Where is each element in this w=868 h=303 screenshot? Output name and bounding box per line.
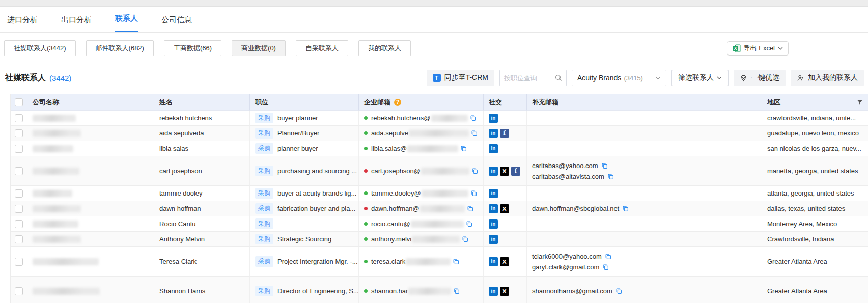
copy-icon[interactable]	[622, 205, 629, 212]
copy-icon[interactable]	[460, 145, 467, 152]
linkedin-icon[interactable]: in	[489, 129, 498, 138]
tab-contacts[interactable]: 联系人	[115, 7, 138, 32]
main-tabs: 进口分析 出口分析 联系人 公司信息	[0, 7, 868, 33]
email-redacted	[411, 221, 464, 228]
copy-icon[interactable]	[601, 162, 608, 169]
extra-email: tclark6000@yahoo.com	[532, 252, 611, 261]
copy-icon[interactable]	[471, 168, 478, 174]
copy-icon[interactable]	[615, 288, 622, 294]
copy-icon[interactable]	[605, 253, 611, 260]
row-checkbox[interactable]	[15, 129, 23, 137]
tab-import-analysis[interactable]: 进口分析	[7, 7, 38, 32]
x-icon[interactable]: X	[500, 167, 509, 176]
one-click-optimize-label: 一键优选	[751, 73, 779, 82]
cell-position: 采购Planner/Buyer	[250, 126, 359, 141]
help-icon[interactable]: ?	[394, 99, 401, 106]
export-excel-label: 导出 Excel	[744, 44, 775, 53]
extra-email-text: dawn.hoffman@sbcglobal.net	[532, 204, 619, 213]
filter-self-collected-contacts[interactable]: 自采联系人	[296, 40, 348, 56]
cell-name: libia salas	[154, 141, 250, 156]
filter-funnel-icon[interactable]	[857, 99, 863, 105]
cell-social: inf	[484, 126, 527, 141]
email-text: tammie.dooley@	[371, 189, 421, 197]
cell-company-email: anthony.melvi	[359, 232, 484, 247]
position-text: planner buyer	[277, 145, 318, 152]
cell-company-email: carl.josephson@	[359, 156, 484, 186]
company-name-redacted	[33, 168, 79, 175]
row-checkbox[interactable]	[15, 189, 23, 198]
copy-icon[interactable]	[602, 264, 609, 270]
filter-my-contacts[interactable]: 我的联系人	[358, 40, 411, 56]
row-checkbox[interactable]	[15, 167, 23, 175]
sync-to-tcrm-button[interactable]: T 同步至T-CRM	[427, 70, 494, 86]
copy-icon[interactable]	[462, 236, 468, 242]
copy-icon[interactable]	[467, 205, 473, 212]
company-name-redacted	[33, 205, 81, 212]
copy-icon[interactable]	[453, 288, 460, 294]
search-icon[interactable]	[555, 74, 562, 81]
cell-region: Crawfordsville, Indiana	[762, 232, 868, 247]
cell-company-email: tammie.dooley@	[359, 186, 484, 201]
email-status-dot	[364, 191, 368, 195]
cell-position: 采购	[250, 216, 359, 232]
filter-commercial-data[interactable]: 商业数据(0)	[232, 40, 286, 56]
cell-company	[27, 186, 154, 201]
add-to-my-contacts-button[interactable]: 加入我的联系人	[791, 70, 864, 86]
company-name-redacted	[33, 190, 72, 197]
email-redacted	[408, 288, 451, 295]
table-row: carl josephson采购purchasing and sourcing …	[11, 156, 868, 186]
tab-export-analysis[interactable]: 出口分析	[61, 7, 92, 32]
linkedin-icon[interactable]: in	[489, 287, 498, 296]
email-status-dot	[364, 207, 368, 210]
linkedin-icon[interactable]: in	[489, 257, 498, 266]
cell-company-email: aida.sepulve	[359, 126, 484, 141]
cell-company-email: shannon.har	[359, 277, 484, 303]
linkedin-icon[interactable]: in	[489, 144, 498, 153]
copy-icon[interactable]	[471, 130, 478, 136]
copy-icon[interactable]	[470, 190, 477, 197]
one-click-optimize-button[interactable]: 一键优选	[734, 70, 786, 86]
email-status-dot	[364, 169, 368, 173]
row-checkbox[interactable]	[15, 235, 23, 243]
company-name-redacted	[33, 115, 76, 122]
copy-icon[interactable]	[466, 221, 472, 227]
cell-company-email: rebekah.hutchens@	[359, 111, 484, 126]
cell-region: marietta, georgia, united states	[762, 156, 868, 186]
cell-name: rebekah hutchens	[154, 111, 250, 126]
copy-icon[interactable]	[607, 173, 614, 180]
linkedin-icon[interactable]: in	[489, 219, 498, 229]
export-excel-button[interactable]: X 导出 Excel	[727, 41, 789, 56]
linkedin-icon[interactable]: in	[489, 167, 498, 176]
x-icon[interactable]: X	[500, 204, 509, 213]
linkedin-icon[interactable]: in	[489, 114, 498, 123]
row-checkbox[interactable]	[15, 220, 23, 228]
facebook-icon[interactable]: f	[500, 129, 509, 138]
company-select[interactable]: Acuity Brands (3415)	[572, 70, 666, 86]
column-label: 职位	[255, 98, 268, 107]
row-checkbox[interactable]	[15, 287, 23, 295]
filter-business-registration-data[interactable]: 工商数据(66)	[164, 40, 221, 56]
row-checkbox[interactable]	[15, 205, 23, 213]
linkedin-icon[interactable]: in	[489, 189, 498, 198]
row-checkbox[interactable]	[15, 258, 23, 266]
row-checkbox[interactable]	[15, 114, 23, 122]
x-icon[interactable]: X	[500, 287, 509, 296]
linkedin-icon[interactable]: in	[489, 204, 498, 213]
cell-position: 采购Project Intergration Mgr. -...	[250, 247, 359, 277]
contacts-section-header: 社媒联系人 (3442) T 同步至T-CRM Acuity Brands (3…	[0, 63, 868, 94]
filter-contacts-button[interactable]: 筛选联系人	[671, 70, 729, 86]
filter-social-media-contacts[interactable]: 社媒联系人(3442)	[4, 40, 76, 56]
facebook-icon[interactable]: f	[511, 167, 520, 176]
cell-company-email: teresa.clark	[359, 247, 484, 277]
copy-icon[interactable]	[470, 115, 477, 121]
position-search-input[interactable]	[504, 74, 552, 82]
table-row: Shannon Harris采购Director of Engineering,…	[11, 277, 868, 303]
filter-email-contacts[interactable]: 邮件联系人(682)	[86, 40, 154, 56]
select-all-checkbox[interactable]	[15, 98, 23, 106]
x-icon[interactable]: X	[500, 257, 509, 266]
tab-company-info[interactable]: 公司信息	[161, 7, 192, 32]
copy-icon[interactable]	[453, 258, 459, 265]
table-row: Teresa Clark采购Project Intergration Mgr. …	[11, 247, 868, 277]
linkedin-icon[interactable]: in	[489, 235, 498, 244]
row-checkbox[interactable]	[15, 145, 23, 153]
